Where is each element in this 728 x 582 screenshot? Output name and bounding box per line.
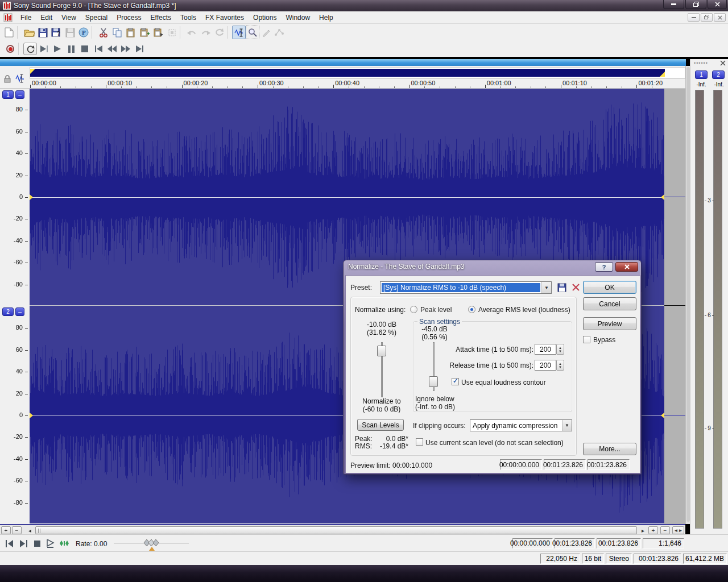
envelope-tool-button[interactable] — [273, 26, 287, 39]
menu-options[interactable]: Options — [249, 12, 281, 23]
close-button[interactable] — [708, 0, 727, 9]
open-button[interactable] — [22, 26, 36, 39]
zoom-in-button[interactable]: + — [1, 526, 11, 534]
event-tool-button[interactable] — [259, 26, 273, 39]
release-time-spinner[interactable]: ▲▼ — [556, 360, 564, 371]
go-to-end-button[interactable] — [133, 43, 146, 55]
preset-dropdown-arrow[interactable]: ▼ — [541, 282, 551, 293]
cut-button[interactable] — [97, 26, 110, 39]
channel-1-badge[interactable]: 1 — [2, 90, 14, 99]
clipping-dropdown-arrow[interactable]: ▼ — [562, 420, 572, 431]
release-time-input[interactable]: 200 — [535, 360, 556, 371]
edit-tool-button[interactable] — [232, 26, 246, 39]
stop-button[interactable] — [78, 43, 92, 55]
playbar-play-normal-button[interactable] — [44, 538, 57, 548]
bypass-checkbox[interactable] — [583, 336, 590, 343]
channel-2-minimize-button[interactable]: – — [15, 307, 24, 316]
go-to-start-button[interactable] — [92, 43, 105, 55]
menu-view[interactable]: View — [57, 12, 81, 23]
clipping-combo[interactable]: Apply dynamic compression ▼ — [470, 419, 572, 431]
attack-time-input[interactable]: 200 — [535, 344, 556, 355]
paste-to-new-button[interactable] — [151, 26, 165, 39]
zoom-ratio-box[interactable]: 1:1,646 — [643, 538, 684, 548]
playbar-selection-length-box[interactable]: 00:01:23.826 — [597, 538, 641, 548]
publish-button[interactable]: P — [77, 26, 90, 39]
delete-preset-icon[interactable] — [572, 283, 580, 292]
document-system-icon[interactable] — [3, 13, 13, 22]
meters-close-button[interactable] — [720, 60, 726, 68]
menu-fx-favorites[interactable]: FX Favorites — [201, 12, 249, 23]
save-preset-icon[interactable] — [557, 283, 566, 292]
playbar-position-box[interactable]: 00:00:00.000 — [512, 538, 553, 548]
play-all-button[interactable] — [37, 43, 51, 55]
paste-button[interactable] — [124, 26, 138, 39]
zero-marker-ch2-right[interactable] — [661, 413, 664, 418]
edit-tool-indicator-icon[interactable] — [15, 73, 25, 84]
child-minimize-button[interactable] — [688, 13, 700, 22]
scroll-right-button[interactable]: ▸ — [638, 526, 648, 534]
scrub-control[interactable] — [58, 538, 71, 548]
repeat-button[interactable] — [212, 26, 226, 39]
zoom-out-button[interactable]: − — [12, 526, 22, 534]
preview-button[interactable]: Preview — [583, 317, 636, 330]
position-bar[interactable] — [0, 59, 686, 66]
menu-effects[interactable]: Effects — [146, 12, 176, 23]
dialog-help-button[interactable]: ? — [595, 262, 613, 272]
save-as-button[interactable]: ? — [49, 26, 63, 39]
average-rms-radio[interactable] — [468, 306, 475, 313]
menu-help[interactable]: Help — [315, 12, 338, 23]
overview-bar[interactable] — [30, 69, 665, 77]
attack-time-spinner[interactable]: ▲▼ — [556, 344, 564, 355]
zoom-selection-button[interactable]: ◄► — [672, 526, 684, 534]
zoom-in-time-button[interactable]: + — [648, 526, 658, 534]
menu-window[interactable]: Window — [281, 12, 315, 23]
scroll-left-button[interactable]: ◂ — [25, 526, 35, 534]
peak-level-radio[interactable] — [410, 306, 417, 313]
zero-marker-ch1-left[interactable] — [30, 194, 33, 200]
rewind-button[interactable] — [105, 43, 119, 55]
copy-button[interactable] — [110, 26, 124, 39]
paste-special-button[interactable] — [138, 26, 151, 39]
menu-file[interactable]: File — [16, 12, 36, 23]
zero-marker-ch2-left[interactable] — [30, 413, 33, 418]
playbar-stop-button[interactable] — [31, 538, 43, 548]
new-file-button[interactable] — [2, 26, 16, 39]
equal-loudness-checkbox[interactable] — [452, 378, 459, 385]
menu-tools[interactable]: Tools — [176, 12, 201, 23]
trim-crop-button[interactable] — [165, 26, 179, 39]
scan-slider-thumb[interactable] — [429, 376, 438, 387]
redo-button[interactable] — [198, 26, 212, 39]
menu-process[interactable]: Process — [112, 12, 146, 23]
dialog-close-button[interactable] — [615, 262, 638, 272]
scan-levels-button[interactable]: Scan Levels — [357, 419, 404, 431]
selection-start-marker[interactable] — [30, 69, 35, 74]
menu-edit[interactable]: Edit — [36, 12, 57, 23]
channel-2-badge[interactable]: 2 — [2, 307, 14, 316]
child-restore-button[interactable] — [701, 13, 713, 22]
restore-button[interactable] — [685, 0, 706, 9]
forward-button[interactable] — [119, 43, 133, 55]
record-button[interactable] — [3, 43, 17, 55]
normalize-slider-thumb[interactable] — [377, 346, 386, 356]
menu-special[interactable]: Special — [81, 12, 112, 23]
minimize-button[interactable] — [663, 0, 684, 9]
channel-1-minimize-button[interactable]: – — [15, 90, 24, 99]
vertical-scrollbar[interactable] — [685, 66, 690, 524]
preset-combo[interactable]: [Sys] Normalize RMS to -10 dB (speech) ▼ — [380, 281, 552, 294]
playbar-go-to-end-button[interactable] — [17, 538, 30, 548]
save-all-button[interactable] — [63, 26, 77, 39]
zero-marker-ch1-right[interactable] — [661, 194, 664, 200]
panel-grip[interactable]: •••••• — [694, 60, 708, 66]
meter-2-bar[interactable] — [713, 90, 722, 529]
use-current-scan-checkbox[interactable] — [416, 438, 423, 446]
ok-button[interactable]: OK — [583, 281, 636, 294]
overview-strip[interactable] — [30, 67, 685, 78]
child-close-button[interactable] — [714, 13, 726, 22]
time-ruler[interactable]: 00:00:0000:00:1000:00:2000:00:3000:00:40… — [30, 78, 685, 88]
playbar-go-to-start-button[interactable] — [3, 538, 16, 548]
meter-1-bar[interactable] — [695, 90, 704, 529]
hscrollbar-thumb[interactable] — [35, 526, 637, 534]
more-button[interactable]: More... — [583, 443, 636, 455]
zoom-out-time-button[interactable]: − — [660, 526, 670, 534]
selection-end-marker[interactable] — [660, 72, 665, 77]
